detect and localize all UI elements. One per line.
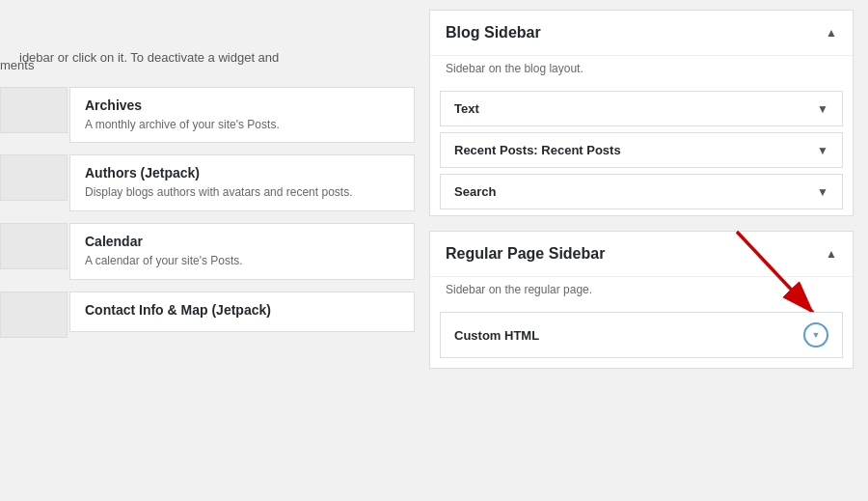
blog-sidebar-title: Blog Sidebar xyxy=(446,24,541,42)
widget-desc-archives: A monthly archive of your site's Posts. xyxy=(85,117,399,133)
widget-drag-calendar[interactable] xyxy=(0,223,68,269)
left-label: ments xyxy=(0,58,34,72)
search-widget-chevron[interactable]: ▼ xyxy=(817,185,828,199)
regular-sidebar-section: Regular Page Sidebar ▲ Sidebar on the re… xyxy=(429,231,854,369)
widget-row-authors: Authors (Jetpack) Display blogs authors … xyxy=(0,154,415,211)
widget-info-calendar[interactable]: Calendar A calendar of your site's Posts… xyxy=(69,223,415,280)
widget-row-contact: Contact Info & Map (Jetpack) xyxy=(0,292,415,338)
widget-info-contact[interactable]: Contact Info & Map (Jetpack) xyxy=(69,292,415,332)
widget-title-archives: Archives xyxy=(85,97,399,113)
blog-sidebar-header: Blog Sidebar ▲ xyxy=(430,11,853,56)
widget-drag-contact[interactable] xyxy=(0,292,68,338)
sidebar-widget-search[interactable]: Search ▼ xyxy=(440,174,843,209)
custom-html-widget[interactable]: Custom HTML xyxy=(440,312,843,358)
widget-title-authors: Authors (Jetpack) xyxy=(85,165,399,181)
blog-sidebar-desc: Sidebar on the blog layout. xyxy=(430,56,853,85)
sidebar-widget-text[interactable]: Text ▼ xyxy=(440,91,843,126)
regular-sidebar-title: Regular Page Sidebar xyxy=(446,245,605,263)
widget-drag-archives[interactable] xyxy=(0,87,68,133)
widget-desc-calendar: A calendar of your site's Posts. xyxy=(85,253,399,269)
widget-info-archives[interactable]: Archives A monthly archive of your site'… xyxy=(69,87,415,144)
widget-info-authors[interactable]: Authors (Jetpack) Display blogs authors … xyxy=(69,154,415,211)
regular-sidebar-collapse-icon[interactable]: ▲ xyxy=(826,247,837,261)
sidebar-widget-search-label: Search xyxy=(454,184,496,199)
intro-text: idebar or click on it. To deactivate a w… xyxy=(0,29,366,77)
widget-drag-authors[interactable] xyxy=(0,154,68,201)
sidebar-widget-recent-posts-label: Recent Posts: Recent Posts xyxy=(454,143,621,157)
widget-desc-authors: Display blogs authors with avatars and r… xyxy=(85,184,399,201)
blog-sidebar-collapse-icon[interactable]: ▲ xyxy=(826,26,837,40)
left-panel: ments idebar or click on it. To deactiva… xyxy=(0,0,415,501)
sidebar-widget-text-label: Text xyxy=(454,101,479,116)
regular-sidebar-desc: Sidebar on the regular page. xyxy=(430,277,853,306)
widget-list: Archives A monthly archive of your site'… xyxy=(0,87,415,338)
custom-html-circle-chevron[interactable] xyxy=(803,322,828,348)
recent-posts-chevron[interactable]: ▼ xyxy=(817,144,828,157)
sidebar-widget-recent-posts[interactable]: Recent Posts: Recent Posts ▼ xyxy=(440,132,843,168)
widget-row: Archives A monthly archive of your site'… xyxy=(0,87,415,144)
blog-sidebar-section: Blog Sidebar ▲ Sidebar on the blog layou… xyxy=(429,10,854,216)
widget-title-calendar: Calendar xyxy=(85,234,399,249)
custom-html-label: Custom HTML xyxy=(454,328,539,343)
text-widget-chevron[interactable]: ▼ xyxy=(817,102,828,116)
regular-sidebar-header: Regular Page Sidebar ▲ xyxy=(430,232,853,277)
widget-title-contact: Contact Info & Map (Jetpack) xyxy=(85,302,399,318)
widget-row-calendar: Calendar A calendar of your site's Posts… xyxy=(0,223,415,280)
right-panel: Blog Sidebar ▲ Sidebar on the blog layou… xyxy=(415,0,868,501)
